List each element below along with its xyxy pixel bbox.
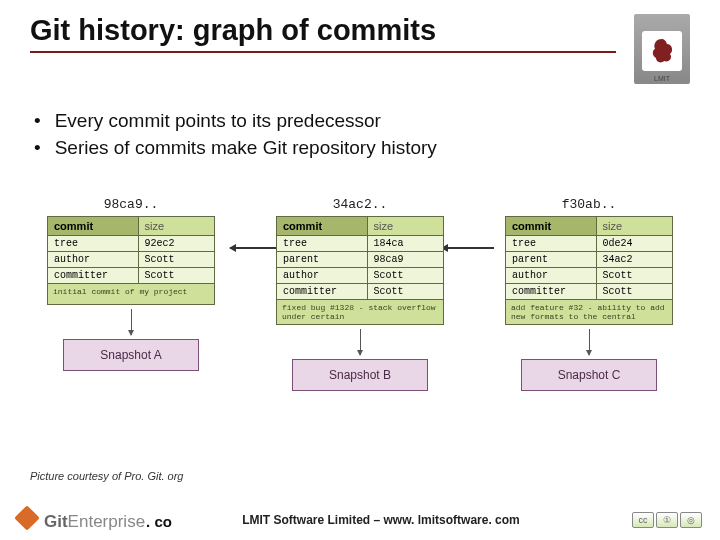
snapshot-box: Snapshot A	[63, 339, 199, 371]
commit-box: commitsize tree92ec2 authorScott committ…	[47, 216, 215, 305]
tree-arrow	[131, 309, 132, 335]
commit-hash: 98ca9..	[104, 197, 159, 212]
cc-license-icon: cc①◎	[630, 512, 702, 528]
commit-message: add feature #32 - ability to add new for…	[506, 300, 672, 324]
snapshot-box: Snapshot C	[521, 359, 657, 391]
image-credit: Picture courtesy of Pro. Git. org	[30, 470, 183, 482]
commit-box: commitsize tree184ca parent98ca9 authorS…	[276, 216, 444, 325]
commit-message: initial commit of my project	[48, 284, 214, 304]
commit-message: fixed bug #1328 - stack overflow under c…	[277, 300, 443, 324]
footer-copyright: LMIT Software Limited – www. lmitsoftwar…	[132, 513, 630, 527]
tree-arrow	[360, 329, 361, 355]
commit-column: f30ab.. commitsize tree0de24 parent34ac2…	[494, 197, 684, 391]
commit-column: 34ac2.. commitsize tree184ca parent98ca9…	[265, 197, 455, 391]
commit-box: commitsize tree0de24 parent34ac2 authorS…	[505, 216, 673, 325]
slide-title: Git history: graph of commits	[30, 14, 616, 53]
commit-hash: f30ab..	[562, 197, 617, 212]
bullet-item: Series of commits make Git repository hi…	[30, 137, 690, 159]
bullet-list: Every commit points to its predecessor S…	[30, 110, 690, 159]
slide-footer: GitEnterprise . co LMIT Software Limited…	[0, 507, 720, 532]
bullet-item: Every commit points to its predecessor	[30, 110, 690, 132]
tree-arrow	[589, 329, 590, 355]
lmit-logo: LMIT	[634, 14, 690, 84]
commit-column: 98ca9.. commitsize tree92ec2 authorScott…	[36, 197, 226, 391]
snapshot-box: Snapshot B	[292, 359, 428, 391]
commit-hash: 34ac2..	[333, 197, 388, 212]
git-logo-icon	[14, 505, 39, 530]
commit-graph-diagram: 98ca9.. commitsize tree92ec2 authorScott…	[30, 197, 690, 391]
